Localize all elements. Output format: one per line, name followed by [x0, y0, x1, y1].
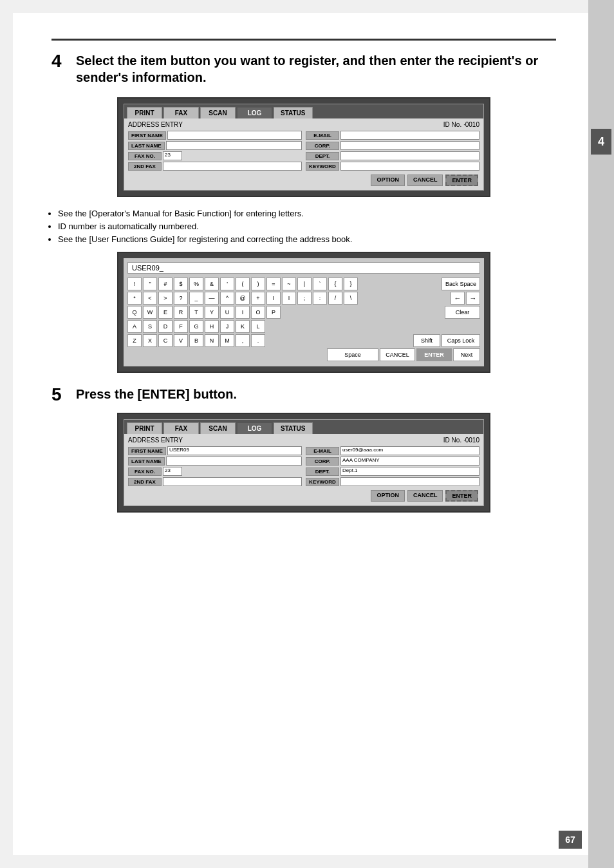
dept-input[interactable]	[340, 151, 479, 160]
lastname-input[interactable]	[166, 141, 302, 150]
corp-input[interactable]	[340, 141, 479, 150]
key-semicolon[interactable]: ;	[297, 292, 312, 305]
key-i2[interactable]: I	[282, 292, 296, 305]
key-b[interactable]: B	[189, 334, 203, 347]
key-underscore[interactable]: _	[189, 292, 203, 305]
key-gt[interactable]: >	[158, 292, 172, 305]
tab2-scan[interactable]: SCAN	[200, 422, 236, 434]
key-dollar[interactable]: $	[174, 278, 188, 290]
cancel-btn-kb[interactable]: CANCEL	[380, 348, 415, 361]
space-btn[interactable]: Space	[327, 348, 378, 361]
key-e[interactable]: E	[158, 306, 172, 319]
tab-log[interactable]: LOG	[237, 107, 272, 118]
tab2-log[interactable]: LOG	[237, 422, 272, 434]
key-backtick[interactable]: `	[313, 278, 327, 290]
key-w[interactable]: W	[143, 306, 157, 319]
key-f[interactable]: F	[174, 320, 188, 333]
key-i1[interactable]: I	[266, 292, 281, 305]
keyword-input[interactable]	[340, 162, 479, 171]
key-rparen[interactable]: )	[251, 278, 265, 290]
key-a[interactable]: A	[127, 320, 142, 333]
key-u[interactable]: U	[220, 306, 234, 319]
clear-btn[interactable]: Clear	[445, 306, 480, 319]
key-s[interactable]: S	[143, 320, 157, 333]
key-percent[interactable]: %	[189, 278, 203, 290]
key-q[interactable]: Q	[127, 306, 142, 319]
2ndfax-input[interactable]	[163, 162, 302, 171]
faxno-input[interactable]: 23	[163, 151, 182, 160]
cancel-btn-2[interactable]: CANCEL	[407, 490, 443, 502]
faxno-input-2[interactable]: 23	[163, 467, 182, 476]
2ndfax-input-2[interactable]	[163, 477, 302, 486]
key-lbrace[interactable]: {	[328, 278, 342, 290]
keyword-input-2[interactable]	[340, 477, 479, 486]
key-t[interactable]: T	[189, 306, 203, 319]
next-btn[interactable]: Next	[453, 348, 480, 361]
enter-btn-kb[interactable]: ENTER	[416, 348, 452, 361]
key-comma[interactable]: ,	[236, 334, 250, 347]
backspace-btn[interactable]: Back Space	[442, 278, 480, 290]
option-btn-1[interactable]: OPTION	[371, 175, 405, 186]
key-l[interactable]: L	[251, 320, 265, 333]
key-hash[interactable]: #	[158, 278, 172, 290]
key-o[interactable]: O	[251, 306, 265, 319]
email-input[interactable]	[340, 131, 479, 140]
key-y[interactable]: Y	[205, 306, 219, 319]
key-n[interactable]: N	[205, 334, 219, 347]
firstname-input-2[interactable]: USER09	[167, 446, 302, 455]
key-lt[interactable]: <	[143, 292, 157, 305]
key-x[interactable]: X	[143, 334, 157, 347]
key-r[interactable]: R	[174, 306, 188, 319]
key-period[interactable]: .	[251, 334, 265, 347]
key-caret[interactable]: ^	[220, 292, 234, 305]
key-g[interactable]: G	[189, 320, 203, 333]
corp-input-2[interactable]: AAA COMPANY	[340, 457, 479, 466]
key-dash[interactable]: —	[205, 292, 219, 305]
firstname-input[interactable]	[167, 131, 302, 140]
tab-status[interactable]: STATUS	[274, 107, 313, 118]
key-i[interactable]: I	[236, 306, 250, 319]
key-exclaim[interactable]: !	[127, 278, 142, 290]
key-h[interactable]: H	[205, 320, 219, 333]
cancel-btn-1[interactable]: CANCEL	[407, 175, 443, 186]
tab2-print[interactable]: PRINT	[127, 422, 162, 434]
key-left-arrow[interactable]: ←	[451, 292, 465, 305]
key-question[interactable]: ?	[174, 292, 188, 305]
key-backslash[interactable]: \	[344, 292, 358, 305]
key-lparen[interactable]: (	[236, 278, 250, 290]
key-rbrace[interactable]: }	[344, 278, 358, 290]
key-z[interactable]: Z	[127, 334, 142, 347]
caps-lock-btn[interactable]: Caps Lock	[442, 334, 480, 347]
key-v[interactable]: V	[174, 334, 188, 347]
key-slash[interactable]: /	[328, 292, 342, 305]
key-equals[interactable]: =	[266, 278, 281, 290]
tab-fax[interactable]: FAX	[163, 107, 199, 118]
key-c[interactable]: C	[158, 334, 172, 347]
shift-btn[interactable]: Shift	[413, 334, 440, 347]
enter-btn-2[interactable]: ENTER	[445, 490, 478, 502]
email-input-2[interactable]: user09@aaa.com	[340, 446, 479, 455]
key-tilde[interactable]: ~	[282, 278, 296, 290]
key-plus[interactable]: +	[251, 292, 265, 305]
tab2-fax[interactable]: FAX	[163, 422, 199, 434]
key-d[interactable]: D	[158, 320, 172, 333]
key-dquote[interactable]: "	[143, 278, 157, 290]
key-star[interactable]: *	[127, 292, 142, 305]
enter-btn-1[interactable]: ENTER	[445, 175, 478, 186]
key-m[interactable]: M	[220, 334, 234, 347]
key-p[interactable]: P	[266, 306, 281, 319]
key-right-arrow[interactable]: →	[466, 292, 480, 305]
option-btn-2[interactable]: OPTION	[371, 490, 405, 502]
tab-scan[interactable]: SCAN	[200, 107, 236, 118]
dept-input-2[interactable]: Dept.1	[340, 467, 479, 476]
key-amp[interactable]: &	[205, 278, 219, 290]
key-k[interactable]: K	[236, 320, 250, 333]
key-colon[interactable]: :	[313, 292, 327, 305]
tab-print[interactable]: PRINT	[127, 107, 162, 118]
key-at[interactable]: @	[236, 292, 250, 305]
key-j[interactable]: J	[220, 320, 234, 333]
key-squote[interactable]: '	[220, 278, 234, 290]
key-pipe[interactable]: |	[297, 278, 312, 290]
lastname-input-2[interactable]	[166, 457, 302, 466]
tab2-status[interactable]: STATUS	[274, 422, 313, 434]
